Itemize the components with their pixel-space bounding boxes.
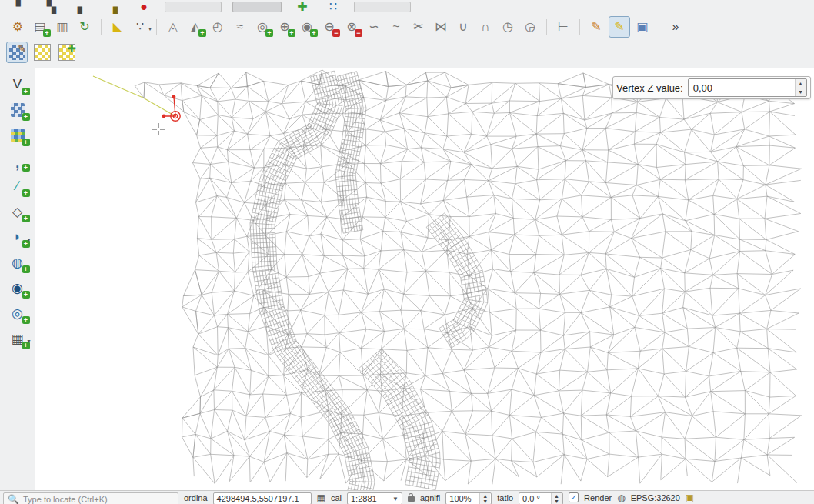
reference-line xyxy=(93,76,175,116)
add-vector-tile-layer-icon[interactable]: ▦+▾ xyxy=(6,328,29,349)
rotation-spinbox[interactable]: 0.0 ° ▲▼ xyxy=(519,492,563,504)
toolbar-box-1 xyxy=(165,2,222,12)
rotation-spin-buttons[interactable]: ▲▼ xyxy=(551,493,562,504)
scale-combo[interactable]: 1:2881 ▼ xyxy=(347,492,402,504)
top-toolbar-strip: ▘▚▖▗●✚∷ xyxy=(0,0,814,14)
processing-gears-icon[interactable]: ⚙ xyxy=(8,17,28,37)
add-mesh-layer-icon[interactable]: + xyxy=(6,125,29,146)
split-parts-icon[interactable]: ⋈ xyxy=(431,17,451,37)
offset-curve-icon[interactable]: ∽ xyxy=(364,17,384,37)
add-spatialite-layer-icon[interactable]: ∕+ xyxy=(6,175,29,197)
mesh-layer[interactable] xyxy=(35,68,814,490)
magnifier-spinbox[interactable]: 100% ▲▼ xyxy=(445,492,492,504)
selected-vertex-marker[interactable] xyxy=(175,115,176,117)
mesh-digitizing-icon[interactable]: ✎ xyxy=(6,42,28,63)
fill-ring-icon[interactable]: ◉+ xyxy=(297,17,317,37)
main-toolbar: ⚙▤+▥↻◣∵▾◬◭+◴≈◎+⊕+◉+⊖−⊗−∽~✂⋈∪∩◷◶⊢✎✎▣» xyxy=(0,14,814,40)
rotation-value: 0.0 ° xyxy=(522,494,540,503)
delete-part-icon[interactable]: ⊗− xyxy=(342,17,362,37)
magnifier-spin-buttons[interactable]: ▲▼ xyxy=(479,493,490,504)
crs-label[interactable]: EPSG:32620 xyxy=(631,493,680,502)
add-wms-layer-icon[interactable]: ◗+▾ xyxy=(6,226,29,248)
force-by-selected-geometries-icon[interactable]: ✚ xyxy=(57,42,77,62)
vertex-z-spinbox[interactable]: 0,00 ▲▼ xyxy=(688,78,807,97)
chevron-down-icon[interactable]: ▾ xyxy=(27,236,30,243)
data-source-manager-toolbar: V+++,+∕+◇+◗+▾◍+◉+◎+▦+▾ xyxy=(0,68,35,490)
copy-move-feature-icon[interactable]: ◭+ xyxy=(185,17,205,37)
grid-dots-icon-icon[interactable]: ∷ xyxy=(323,0,343,14)
toolbar-separator xyxy=(101,19,102,35)
add-virtual-layer-icon[interactable]: ◇+ xyxy=(6,201,29,222)
coordinate-value: 4298494.5,5507197.1 xyxy=(217,494,299,503)
render-checkbox[interactable]: ✓ xyxy=(569,492,579,502)
toolbar-overflow-icon[interactable]: » xyxy=(666,17,686,37)
merge-features-icon[interactable]: ∪ xyxy=(453,17,473,37)
extent-icon[interactable]: ▦ xyxy=(317,492,325,503)
spin-down-icon[interactable]: ▼ xyxy=(796,88,806,96)
add-ring-icon[interactable]: ◎+ xyxy=(252,17,272,37)
lock-scale-icon[interactable] xyxy=(408,496,415,502)
add-vector-layer-icon[interactable]: V+ xyxy=(6,74,29,95)
locate-search[interactable]: 🔍 Type to locate (Ctrl+K) xyxy=(3,492,178,504)
add-part-icon[interactable]: ⊕+ xyxy=(275,17,295,37)
add-print-layout-icon[interactable]: ▤+ xyxy=(30,17,50,37)
map-canvas[interactable]: Vertex Z value: 0,00 ▲▼ xyxy=(35,68,814,490)
vertex-tool-icon[interactable]: ∵▾ xyxy=(130,17,150,37)
record-indicator-icon[interactable]: ● xyxy=(134,0,154,14)
vertex-z-label: Vertex Z value: xyxy=(616,82,683,94)
delete-ring-icon[interactable]: ⊖− xyxy=(319,17,339,37)
add-delimited-text-layer-icon[interactable]: ,+ xyxy=(6,150,29,172)
messages-icon[interactable]: ▣ xyxy=(686,492,694,503)
add-arcgis-rest-layer-icon[interactable]: ◎+ xyxy=(6,302,29,324)
add-wfs-layer-icon[interactable]: ◉+ xyxy=(6,277,29,299)
split-features-icon[interactable]: ✂ xyxy=(409,17,429,37)
status-bar: 🔍 Type to locate (Ctrl+K) ordina 4298494… xyxy=(0,490,814,504)
trim-extend-icon[interactable]: ⊢ xyxy=(553,17,573,37)
chevron-down-icon[interactable]: ▾ xyxy=(27,338,30,345)
app-icon-1-icon[interactable]: ▘ xyxy=(11,0,31,14)
crs-globe-icon[interactable]: ◍ xyxy=(617,492,625,503)
simplify-feature-icon[interactable]: ≈ xyxy=(230,17,250,37)
mesh-dense-channel xyxy=(250,71,488,490)
reindex-faces-vertices-icon[interactable] xyxy=(32,42,52,62)
toolbar-box-2 xyxy=(232,2,282,12)
app-icon-4-icon[interactable]: ▗ xyxy=(103,0,123,14)
panel-box xyxy=(354,2,411,12)
rotation-label: tatio xyxy=(497,493,513,502)
qgis-window: ▘▚▖▗●✚∷ ⚙▤+▥↻◣∵▾◬◭+◴≈◎+⊕+◉+⊖−⊗−∽~✂⋈∪∩◷◶⊢… xyxy=(0,0,814,504)
toolbar-separator xyxy=(659,19,659,35)
spin-up-icon[interactable]: ▲ xyxy=(796,79,806,88)
mesh-vertex-marker[interactable] xyxy=(162,115,166,118)
app-icon-2-icon[interactable]: ▚ xyxy=(42,0,62,14)
coordinate-input[interactable]: 4298494.5,5507197.1 xyxy=(213,492,312,504)
merge-attributes-icon[interactable]: ∩ xyxy=(475,17,495,37)
reshape-features-icon[interactable]: ~ xyxy=(386,17,406,37)
add-wcs-layer-icon[interactable]: ◍+ xyxy=(6,252,29,273)
refresh-map-icon[interactable]: ↻ xyxy=(75,17,95,37)
offset-point-symbol-icon[interactable]: ◶ xyxy=(520,17,540,37)
measure-tool-icon[interactable]: ◣ xyxy=(108,17,128,37)
toolbar-separator xyxy=(579,19,580,35)
vertex-z-value[interactable]: 0,00 xyxy=(689,82,712,94)
chevron-down-icon[interactable]: ▼ xyxy=(392,496,399,502)
magnifier-value: 100% xyxy=(449,494,471,503)
allow-edits-icon[interactable]: ✎ xyxy=(586,17,606,37)
move-feature-icon[interactable]: ◬ xyxy=(163,17,183,37)
app-icon-3-icon[interactable]: ▖ xyxy=(72,0,92,14)
scale-label: cal xyxy=(331,493,342,502)
rotate-feature-icon[interactable]: ◴ xyxy=(208,17,228,37)
vertex-z-widget: Vertex Z value: 0,00 ▲▼ xyxy=(612,76,811,99)
mesh-vertex-marker[interactable] xyxy=(172,95,176,99)
toggle-editing-icon[interactable]: ✎ xyxy=(609,16,630,38)
render-label: Render xyxy=(584,493,612,502)
add-raster-layer-icon[interactable]: + xyxy=(6,99,29,121)
vertex-z-spin-buttons[interactable]: ▲▼ xyxy=(795,79,806,96)
search-icon: 🔍 xyxy=(8,494,19,504)
mesh-digitizing-toolbar: ✎✚ xyxy=(0,40,814,65)
save-edits-icon[interactable]: ▣ xyxy=(632,17,652,37)
chevron-down-icon[interactable]: ▾ xyxy=(148,25,152,32)
coordinate-label: ordina xyxy=(184,493,208,502)
rotate-point-symbols-icon[interactable]: ◷ xyxy=(498,17,518,37)
add-icon-icon[interactable]: ✚ xyxy=(292,0,312,14)
layout-manager-icon[interactable]: ▥ xyxy=(52,17,72,37)
